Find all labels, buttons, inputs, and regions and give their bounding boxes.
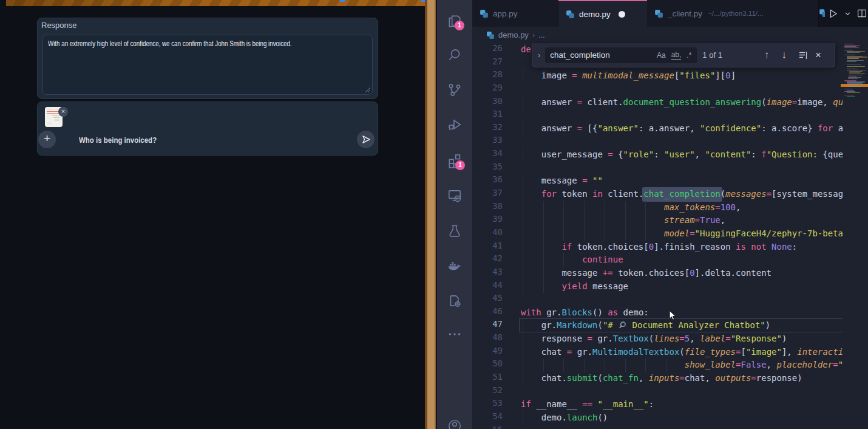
run-dropdown-chevron[interactable] [844,10,851,17]
code-line[interactable]: message = "" [521,174,603,188]
line-number[interactable]: 31 [472,109,503,118]
line-number[interactable]: 41 [472,241,503,250]
code-line[interactable]: with gr.Blocks() as demo: [521,306,649,320]
breadcrumb-symbol[interactable]: ... [538,30,545,39]
line-number[interactable]: 34 [472,148,503,158]
chat-input-text[interactable]: Who is being invoiced? [79,136,157,145]
line-number[interactable]: 52 [472,385,503,395]
code-line[interactable]: continue [521,253,623,267]
code-line[interactable]: message += token.choices[0].delta.conten… [521,267,771,280]
tab-client-py[interactable]: _client.py ~/.../python3.11/... [647,0,819,27]
run-button[interactable] [827,8,839,19]
extensions-icon[interactable]: 1 [447,153,463,168]
line-number[interactable]: 39 [472,214,503,224]
find-query-text: chat_completion [550,50,657,60]
find-match-count: 1 of 1 [702,50,722,60]
breadcrumb-file[interactable]: demo.py [498,30,529,39]
regex-toggle[interactable]: .* [687,51,691,60]
search-icon[interactable] [447,47,463,63]
find-in-selection-icon[interactable] [798,50,808,60]
python-icon [486,31,495,39]
line-number[interactable]: 50 [472,359,503,368]
code-line[interactable]: user_message = {"role": "user", "content… [521,148,843,162]
code-line[interactable]: yield message [521,280,628,293]
modified-dot[interactable] [619,11,625,18]
code-line[interactable]: max_tokens=100, [521,201,741,214]
code-line[interactable]: response = gr.Textbox(lines=5, label="Re… [521,332,787,346]
find-next-button[interactable]: ↓ [781,49,787,61]
breadcrumb[interactable]: demo.py › ... [472,27,868,43]
code-line[interactable]: for token in client.chat_completion(mess… [521,188,843,201]
line-number[interactable]: 55 [472,425,503,429]
code-line[interactable]: if token.choices[0].finish_reason is not… [521,241,797,254]
code-line[interactable]: chat = gr.MultimodalTextbox(file_types=[… [521,346,843,359]
line-number[interactable]: 40 [472,227,503,237]
line-number[interactable]: 37 [472,188,503,197]
remove-attachment-button[interactable]: × [58,107,68,117]
tab-demo-py[interactable]: demo.py [558,0,647,27]
testing-icon[interactable] [447,223,463,239]
line-number[interactable]: 47 [472,319,503,329]
docker-icon[interactable] [447,258,463,273]
line-number[interactable]: 32 [472,122,503,132]
find-previous-button[interactable]: ↑ [764,49,770,61]
whole-word-toggle[interactable]: ab, [671,50,682,60]
minimap[interactable] [843,43,868,429]
mouse-cursor [668,309,678,321]
code-area[interactable]: 2627282930313233343536373839404142434445… [472,43,868,429]
remote-explorer-icon[interactable] [447,188,463,204]
indent-guide [523,227,523,241]
find-close-button[interactable]: × [815,49,821,61]
line-number[interactable]: 33 [472,135,503,145]
code-line[interactable]: model="HuggingFaceH4/zephyr-7b-beta", [521,227,843,241]
line-number[interactable]: 45 [472,293,503,303]
find-expand-chevron[interactable]: › [538,50,540,60]
line-number[interactable]: 38 [472,201,503,211]
code-line[interactable]: chat.submit(chat_fn, inputs=chat, output… [521,372,802,385]
code-line[interactable]: stream=True, [521,214,725,227]
code-line[interactable]: gr.Markdown("# Document Analyzer Chatbot… [521,319,770,332]
explorer-icon[interactable]: 1 [447,13,463,29]
account-icon[interactable] [447,418,463,429]
source-control-icon[interactable] [447,82,463,98]
line-number[interactable]: 46 [472,306,503,316]
indent-guide [666,359,666,372]
line-number[interactable]: 28 [472,69,503,79]
response-label: Response [41,21,77,30]
indent-guide [563,359,564,372]
dev-container-icon[interactable] [447,293,463,309]
more-actions-icon[interactable] [447,326,463,342]
code-line[interactable]: if __name__ == "__main__": [521,398,654,411]
line-number[interactable]: 49 [472,346,503,355]
indent-guide [523,241,523,254]
indent-guide [523,346,523,359]
code-line[interactable]: image = multimodal_message["files"][0] [521,69,736,83]
line-number[interactable]: 29 [472,83,503,92]
run-debug-icon[interactable] [447,117,463,132]
line-number[interactable]: 54 [472,411,503,421]
line-number[interactable]: 51 [472,372,503,382]
find-input[interactable]: chat_completion Aa ab, .* [545,47,697,63]
split-editor-icon[interactable] [856,8,867,19]
tab-app-py[interactable]: app.py [472,0,558,27]
code-line[interactable]: demo.launch() [521,411,608,425]
line-number[interactable]: 48 [472,332,503,342]
indent-guide [543,359,544,372]
add-attachment-button[interactable]: + [38,131,56,148]
line-number[interactable]: 36 [472,174,503,184]
code-line[interactable]: answer = client.document_question_answer… [521,96,843,109]
line-number[interactable]: 30 [472,96,503,106]
line-number[interactable]: 53 [472,398,503,408]
resize-handle[interactable] [365,88,370,92]
line-number[interactable]: 43 [472,267,503,276]
line-number[interactable]: 27 [472,57,503,66]
line-number[interactable]: 44 [472,280,503,290]
line-number[interactable]: 35 [472,162,503,171]
line-number[interactable]: 26 [472,43,503,53]
match-case-toggle[interactable]: Aa [657,51,666,60]
line-number[interactable]: 42 [472,253,503,263]
send-button[interactable] [357,131,375,148]
blue-tick [340,0,345,2]
code-line[interactable]: show_label=False, placeholder="Upload an… [521,359,843,372]
code-line[interactable]: answer = [{"answer": a.answer, "confiden… [521,122,843,136]
